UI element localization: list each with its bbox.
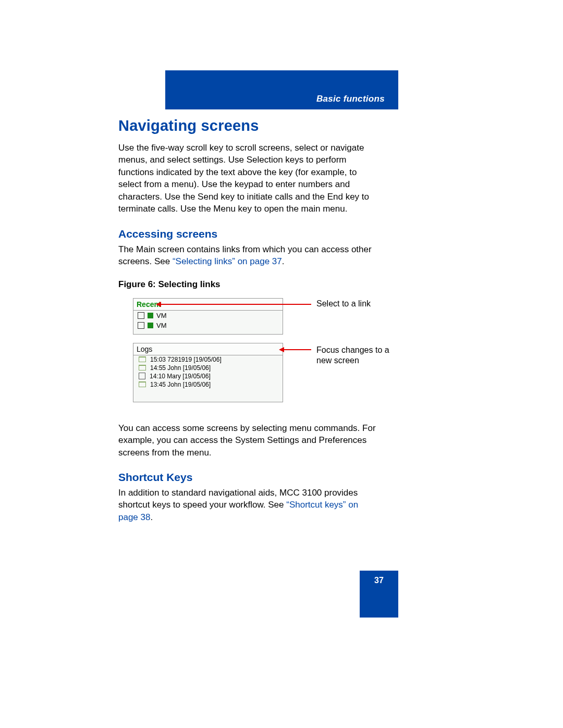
accessing-paragraph: The Main screen contains links from whic… [118,243,378,268]
shortcut-paragraph: In addition to standard navigational aid… [118,487,378,523]
callout-arrow-icon [161,304,311,305]
panel-logs: Logs 15:03 7281919 [19/05/06] 14:55 John… [133,343,283,402]
page-title: Navigating screens [118,117,378,134]
figure-caption: Figure 6: Selecting links [118,279,378,290]
figure-selecting-links: Recent VM VM Logs 15:03 7281919 [19/05/0… [118,298,378,413]
figure-annotation-select: Select to a link [316,299,371,309]
log-row: 13:45 John [19/05/06] [133,380,283,389]
log-row: 14:55 John [19/05/06] [133,364,283,372]
mail-icon [139,356,146,362]
checkbox-icon [138,312,144,319]
log-row-text: 14:55 John [19/05/06] [150,364,211,372]
recent-row: VM [133,311,283,320]
accessing-text-after-link: . [282,256,285,266]
log-row: 14:10 Mary [19/05/06] [133,372,283,380]
heading-shortcut-keys: Shortcut Keys [118,471,378,484]
page-number: 37 [360,576,398,585]
log-row-text: 15:03 7281919 [19/05/06] [150,356,222,363]
arrowhead-icon [156,302,161,307]
shortcut-text-after-link: . [150,512,153,522]
post-figure-paragraph: You can access some screens by selecting… [118,422,378,459]
panel-logs-title: Logs [133,343,283,355]
mail-icon [139,381,146,387]
log-row-text: 14:10 Mary [19/05/06] [150,373,211,380]
link-selecting-links[interactable]: “Selecting links” on page 37 [173,256,282,266]
log-row: 15:03 7281919 [19/05/06] [133,355,283,364]
figure-annotation-focus: Focus changes to a new screen [316,345,395,366]
recent-row-label: VM [156,322,167,329]
header-band: Basic functions [165,70,398,109]
page-number-badge: 37 [360,571,398,618]
home-icon [139,373,145,379]
arrowhead-icon [279,347,284,352]
recent-row: VM [133,320,283,330]
section-label: Basic functions [316,94,385,104]
log-row-text: 13:45 John [19/05/06] [150,381,211,388]
page-content: Navigating screens Use the five-way scro… [118,117,378,533]
recent-row-label: VM [156,312,167,319]
intro-paragraph: Use the five-way scroll key to scroll sc… [118,142,378,215]
presence-icon [148,323,153,328]
heading-accessing-screens: Accessing screens [118,228,378,240]
mail-icon [139,365,146,371]
callout-arrow-icon [284,349,311,350]
checkbox-icon [138,322,144,329]
presence-icon [148,313,153,318]
